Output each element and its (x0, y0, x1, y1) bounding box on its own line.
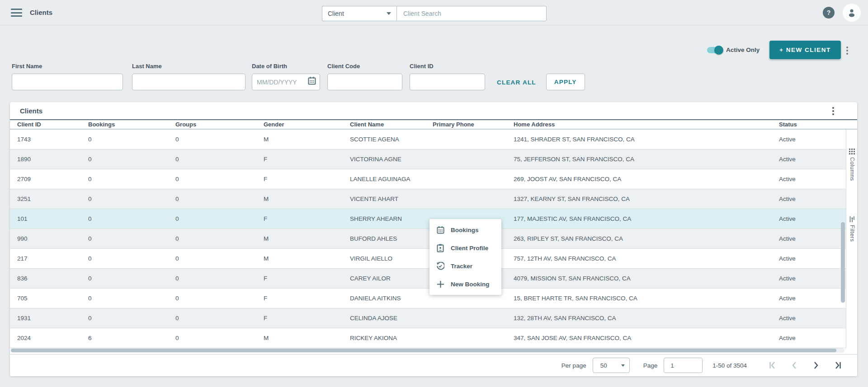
client-code-label: Client Code (327, 63, 402, 70)
cell-home-address: 4079, MISSION ST, SAN FRANCISCO, CA (514, 275, 779, 282)
table-row[interactable]: 1931 0 0 F CELINDA AJOSE 132, 28TH AV, S… (10, 308, 857, 328)
col-status[interactable]: Status (779, 121, 857, 128)
help-icon[interactable]: ? (823, 7, 835, 19)
client-id-input[interactable] (410, 74, 485, 90)
tab-columns[interactable]: Columns (846, 149, 858, 181)
col-gender[interactable]: Gender (264, 121, 350, 128)
cell-client-name: CELINDA AJOSE (350, 315, 433, 322)
client-code-field: Client Code (327, 63, 402, 90)
cell-client-id: 1931 (10, 315, 88, 322)
table-row[interactable]: 2024 6 0 M RICKEY AKIONA 347, SAN JOSE A… (10, 328, 857, 348)
new-client-button[interactable]: + NEW CLIENT (769, 41, 841, 59)
table-row[interactable]: 1743 0 0 M SCOTTIE AGENA 1241, SHRADER S… (10, 130, 857, 149)
dob-input[interactable] (252, 74, 320, 90)
cell-home-address: 1327, KEARNY ST, SAN FRANCISCO, CA (514, 196, 779, 202)
cell-home-address: 1241, SHRADER ST, SAN FRANCISCO, CA (514, 136, 779, 143)
cell-bookings: 0 (88, 156, 175, 163)
cell-home-address: 177, MAJESTIC AV, SAN FRANCISCO, CA (514, 215, 779, 222)
cell-bookings: 6 (88, 335, 175, 341)
horizontal-scrollbar-thumb[interactable] (11, 349, 836, 352)
menu-item-tracker[interactable]: Tracker (429, 257, 501, 275)
hamburger-menu-icon[interactable] (11, 9, 22, 17)
cell-bookings: 0 (88, 215, 175, 222)
cell-groups: 0 (175, 315, 264, 322)
table-row[interactable]: 1890 0 0 F VICTORINA AGNE 75, JEFFERSON … (10, 149, 857, 169)
active-only-toggle[interactable] (707, 46, 723, 55)
avatar[interactable] (843, 4, 861, 22)
last-page-button[interactable] (830, 358, 845, 373)
cell-gender: F (264, 295, 350, 302)
cell-bookings: 0 (88, 275, 175, 282)
cell-gender: M (264, 235, 350, 242)
first-page-button[interactable] (765, 358, 780, 373)
cell-groups: 0 (175, 295, 264, 302)
page-number-input[interactable] (664, 358, 703, 373)
card-kebab-icon[interactable] (830, 106, 836, 117)
cell-home-address: 75, JEFFERSON ST, SAN FRANCISCO, CA (514, 156, 779, 163)
previous-page-button[interactable] (787, 358, 802, 373)
grid-icon (849, 149, 855, 154)
clear-all-button[interactable]: CLEAR ALL (497, 79, 536, 86)
row-context-menu: Bookings Client Profile Tra (429, 219, 501, 295)
cell-client-name: LANELLE AGUINAGA (350, 176, 433, 182)
cell-gender: F (264, 215, 350, 222)
side-tab-strip: Columns Filters (846, 130, 857, 348)
global-search: Client (322, 6, 547, 21)
client-profile-icon (436, 244, 445, 252)
menu-item-client-profile[interactable]: Client Profile (429, 239, 501, 257)
col-client-name[interactable]: Client Name (350, 121, 433, 128)
tab-filters-label: Filters (849, 225, 855, 242)
cell-client-name: RICKEY AKIONA (350, 335, 433, 341)
client-code-input[interactable] (327, 74, 402, 90)
last-name-input[interactable] (132, 74, 245, 90)
chevron-down-icon (387, 12, 391, 15)
col-home-address[interactable]: Home Address (514, 121, 779, 128)
col-groups[interactable]: Groups (175, 121, 264, 128)
cell-gender: F (264, 176, 350, 182)
cell-client-name: VIRGIL AIELLO (350, 255, 433, 262)
menu-item-bookings[interactable]: Bookings (429, 221, 501, 239)
cell-client-id: 990 (10, 235, 88, 242)
table-row[interactable]: 2709 0 0 F LANELLE AGUINAGA 269, JOOST A… (10, 169, 857, 189)
first-name-input[interactable] (12, 74, 123, 90)
apply-button[interactable]: APPLY (546, 74, 585, 90)
cell-groups: 0 (175, 335, 264, 341)
per-page-label: Per page (561, 362, 586, 369)
next-page-button[interactable] (808, 358, 824, 373)
cell-client-id: 1743 (10, 136, 88, 143)
cell-client-name: CAREY AILOR (350, 275, 433, 282)
cell-home-address: 132, 28TH AV, SAN FRANCISCO, CA (514, 315, 779, 322)
cell-client-id: 2709 (10, 176, 88, 182)
cell-client-id: 1890 (10, 156, 88, 163)
first-name-label: First Name (12, 63, 123, 70)
pagination-bar: Per page 50 Page 1-50 of 3504 (10, 354, 857, 376)
col-primary-phone[interactable]: Primary Phone (433, 121, 514, 128)
per-page-select[interactable]: 50 (593, 358, 630, 373)
chevron-down-icon (621, 364, 625, 367)
vertical-scrollbar-thumb[interactable] (841, 222, 845, 303)
table-row[interactable]: 3251 0 0 M VICENTE AHART 1327, KEARNY ST… (10, 189, 857, 209)
cell-client-id: 217 (10, 255, 88, 262)
col-bookings[interactable]: Bookings (88, 121, 175, 128)
cell-gender: M (264, 196, 350, 202)
dob-label: Date of Birth (252, 63, 320, 70)
search-input[interactable] (396, 6, 547, 21)
dob-field: Date of Birth (252, 63, 320, 90)
cell-client-name: DANIELA AITKINS (350, 295, 433, 302)
last-name-field: Last Name (132, 63, 245, 90)
menu-item-new-booking[interactable]: New Booking (429, 275, 501, 293)
cell-client-name: BUFORD AHLES (350, 235, 433, 242)
horizontal-scrollbar[interactable] (11, 348, 844, 353)
search-category-select[interactable]: Client (322, 6, 396, 21)
cell-bookings: 0 (88, 295, 175, 302)
cell-groups: 0 (175, 156, 264, 163)
page-label: Page (643, 362, 658, 369)
cell-gender: M (264, 136, 350, 143)
cell-groups: 0 (175, 235, 264, 242)
card-header: Clients (10, 102, 857, 119)
tab-filters[interactable]: Filters (846, 216, 858, 242)
cell-gender: F (264, 315, 350, 322)
pagination-range: 1-50 of 3504 (712, 362, 747, 369)
toolbar-kebab-icon[interactable] (844, 45, 850, 56)
col-client-id[interactable]: Client ID (10, 121, 88, 128)
